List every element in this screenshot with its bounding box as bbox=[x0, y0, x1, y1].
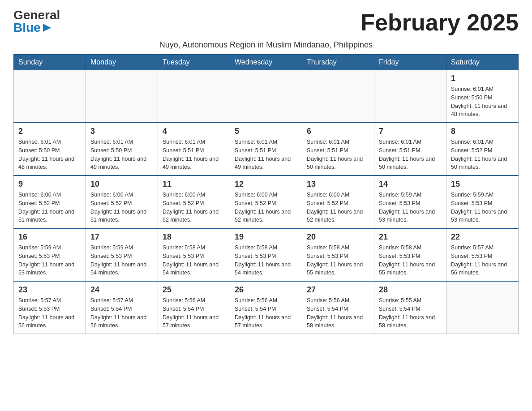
day-info: Sunrise: 5:59 AMSunset: 5:53 PMDaylight:… bbox=[18, 244, 81, 277]
day-number: 27 bbox=[307, 285, 369, 295]
day-info: Sunrise: 6:00 AMSunset: 5:52 PMDaylight:… bbox=[307, 191, 369, 224]
day-info: Sunrise: 5:59 AMSunset: 5:53 PMDaylight:… bbox=[379, 191, 442, 224]
day-number: 26 bbox=[235, 285, 297, 295]
day-number: 10 bbox=[90, 180, 153, 189]
calendar-cell bbox=[374, 70, 446, 123]
day-number: 20 bbox=[307, 232, 369, 242]
day-info: Sunrise: 5:55 AMSunset: 5:54 PMDaylight:… bbox=[379, 296, 442, 330]
calendar-header-row: SundayMondayTuesdayWednesdayThursdayFrid… bbox=[14, 55, 519, 70]
day-number: 16 bbox=[18, 232, 81, 242]
day-info: Sunrise: 5:58 AMSunset: 5:53 PMDaylight:… bbox=[379, 244, 442, 277]
day-info: Sunrise: 5:56 AMSunset: 5:54 PMDaylight:… bbox=[307, 296, 369, 330]
day-info: Sunrise: 6:01 AMSunset: 5:51 PMDaylight:… bbox=[163, 138, 225, 171]
day-info: Sunrise: 5:58 AMSunset: 5:53 PMDaylight:… bbox=[163, 244, 225, 277]
calendar-cell bbox=[158, 70, 230, 123]
day-number: 28 bbox=[379, 285, 442, 295]
calendar-cell: 11Sunrise: 6:00 AMSunset: 5:52 PMDayligh… bbox=[158, 176, 230, 228]
calendar-week-row: 9Sunrise: 6:00 AMSunset: 5:52 PMDaylight… bbox=[14, 176, 519, 228]
day-number: 2 bbox=[18, 127, 81, 136]
day-info: Sunrise: 6:01 AMSunset: 5:52 PMDaylight:… bbox=[451, 138, 514, 171]
calendar-cell bbox=[302, 70, 374, 123]
day-number: 23 bbox=[18, 285, 81, 295]
day-info: Sunrise: 6:00 AMSunset: 5:52 PMDaylight:… bbox=[90, 191, 153, 224]
day-number: 17 bbox=[90, 232, 153, 242]
calendar-cell: 2Sunrise: 6:01 AMSunset: 5:50 PMDaylight… bbox=[14, 123, 86, 176]
calendar-cell: 1Sunrise: 6:01 AMSunset: 5:50 PMDaylight… bbox=[446, 70, 519, 123]
calendar-cell: 27Sunrise: 5:56 AMSunset: 5:54 PMDayligh… bbox=[302, 281, 374, 334]
logo: General Blue bbox=[13, 9, 60, 34]
calendar-cell: 22Sunrise: 5:57 AMSunset: 5:53 PMDayligh… bbox=[446, 228, 519, 281]
logo-general-text: General bbox=[13, 9, 60, 21]
day-info: Sunrise: 6:00 AMSunset: 5:52 PMDaylight:… bbox=[18, 191, 81, 224]
calendar-cell: 3Sunrise: 6:01 AMSunset: 5:50 PMDaylight… bbox=[86, 123, 158, 176]
day-number: 18 bbox=[163, 232, 225, 242]
day-number: 9 bbox=[18, 180, 81, 189]
calendar-week-row: 16Sunrise: 5:59 AMSunset: 5:53 PMDayligh… bbox=[14, 228, 519, 281]
calendar-cell: 25Sunrise: 5:56 AMSunset: 5:54 PMDayligh… bbox=[158, 281, 230, 334]
calendar-cell: 5Sunrise: 6:01 AMSunset: 5:51 PMDaylight… bbox=[230, 123, 302, 176]
day-number: 24 bbox=[90, 285, 153, 295]
calendar-cell: 9Sunrise: 6:00 AMSunset: 5:52 PMDaylight… bbox=[14, 176, 86, 228]
calendar-cell: 17Sunrise: 5:59 AMSunset: 5:53 PMDayligh… bbox=[86, 228, 158, 281]
calendar-cell: 26Sunrise: 5:56 AMSunset: 5:54 PMDayligh… bbox=[230, 281, 302, 334]
column-header-sunday: Sunday bbox=[14, 55, 86, 70]
calendar-cell: 10Sunrise: 6:00 AMSunset: 5:52 PMDayligh… bbox=[86, 176, 158, 228]
column-header-saturday: Saturday bbox=[446, 55, 519, 70]
logo-blue-text: Blue bbox=[13, 21, 41, 34]
day-number: 11 bbox=[163, 180, 225, 189]
column-header-friday: Friday bbox=[374, 55, 446, 70]
calendar-cell bbox=[446, 281, 519, 334]
calendar-cell: 7Sunrise: 6:01 AMSunset: 5:51 PMDaylight… bbox=[374, 123, 446, 176]
calendar-table: SundayMondayTuesdayWednesdayThursdayFrid… bbox=[13, 54, 519, 334]
calendar-cell: 21Sunrise: 5:58 AMSunset: 5:53 PMDayligh… bbox=[374, 228, 446, 281]
calendar-cell bbox=[86, 70, 158, 123]
day-info: Sunrise: 6:00 AMSunset: 5:52 PMDaylight:… bbox=[163, 191, 225, 224]
day-info: Sunrise: 6:00 AMSunset: 5:52 PMDaylight:… bbox=[235, 191, 297, 224]
day-number: 14 bbox=[379, 180, 442, 189]
calendar-cell: 18Sunrise: 5:58 AMSunset: 5:53 PMDayligh… bbox=[158, 228, 230, 281]
day-number: 8 bbox=[451, 127, 514, 136]
column-header-monday: Monday bbox=[86, 55, 158, 70]
day-number: 7 bbox=[379, 127, 442, 136]
day-info: Sunrise: 6:01 AMSunset: 5:50 PMDaylight:… bbox=[90, 138, 153, 171]
calendar-cell: 4Sunrise: 6:01 AMSunset: 5:51 PMDaylight… bbox=[158, 123, 230, 176]
day-info: Sunrise: 5:57 AMSunset: 5:53 PMDaylight:… bbox=[451, 244, 514, 277]
day-info: Sunrise: 5:56 AMSunset: 5:54 PMDaylight:… bbox=[235, 296, 297, 330]
calendar-cell: 19Sunrise: 5:58 AMSunset: 5:53 PMDayligh… bbox=[230, 228, 302, 281]
day-number: 4 bbox=[163, 127, 225, 136]
calendar-cell: 6Sunrise: 6:01 AMSunset: 5:51 PMDaylight… bbox=[302, 123, 374, 176]
calendar-cell: 14Sunrise: 5:59 AMSunset: 5:53 PMDayligh… bbox=[374, 176, 446, 228]
day-info: Sunrise: 5:57 AMSunset: 5:54 PMDaylight:… bbox=[90, 296, 153, 330]
day-number: 13 bbox=[307, 180, 369, 189]
day-info: Sunrise: 6:01 AMSunset: 5:50 PMDaylight:… bbox=[18, 138, 81, 171]
day-number: 19 bbox=[235, 232, 297, 242]
calendar-cell: 13Sunrise: 6:00 AMSunset: 5:52 PMDayligh… bbox=[302, 176, 374, 228]
day-info: Sunrise: 6:01 AMSunset: 5:51 PMDaylight:… bbox=[379, 138, 442, 171]
calendar-cell: 24Sunrise: 5:57 AMSunset: 5:54 PMDayligh… bbox=[86, 281, 158, 334]
day-info: Sunrise: 5:59 AMSunset: 5:53 PMDaylight:… bbox=[90, 244, 153, 277]
day-info: Sunrise: 5:58 AMSunset: 5:53 PMDaylight:… bbox=[235, 244, 297, 277]
day-info: Sunrise: 5:58 AMSunset: 5:53 PMDaylight:… bbox=[307, 244, 369, 277]
day-number: 6 bbox=[307, 127, 369, 136]
day-info: Sunrise: 5:59 AMSunset: 5:53 PMDaylight:… bbox=[451, 191, 514, 224]
calendar-cell: 20Sunrise: 5:58 AMSunset: 5:53 PMDayligh… bbox=[302, 228, 374, 281]
day-number: 12 bbox=[235, 180, 297, 189]
calendar-cell: 12Sunrise: 6:00 AMSunset: 5:52 PMDayligh… bbox=[230, 176, 302, 228]
column-header-thursday: Thursday bbox=[302, 55, 374, 70]
subtitle: Nuyo, Autonomous Region in Muslim Mindan… bbox=[13, 40, 519, 50]
logo-arrow-icon bbox=[42, 23, 52, 33]
calendar-cell: 15Sunrise: 5:59 AMSunset: 5:53 PMDayligh… bbox=[446, 176, 519, 228]
day-number: 5 bbox=[235, 127, 297, 136]
day-number: 22 bbox=[451, 232, 514, 242]
day-number: 1 bbox=[451, 74, 514, 83]
calendar-week-row: 2Sunrise: 6:01 AMSunset: 5:50 PMDaylight… bbox=[14, 123, 519, 176]
day-info: Sunrise: 5:56 AMSunset: 5:54 PMDaylight:… bbox=[163, 296, 225, 330]
calendar-cell bbox=[14, 70, 86, 123]
page-header: General Blue February 2025 bbox=[13, 9, 519, 36]
calendar-cell bbox=[230, 70, 302, 123]
calendar-week-row: 1Sunrise: 6:01 AMSunset: 5:50 PMDaylight… bbox=[14, 70, 519, 123]
day-number: 25 bbox=[163, 285, 225, 295]
calendar-cell: 16Sunrise: 5:59 AMSunset: 5:53 PMDayligh… bbox=[14, 228, 86, 281]
calendar-cell: 23Sunrise: 5:57 AMSunset: 5:53 PMDayligh… bbox=[14, 281, 86, 334]
svg-marker-0 bbox=[43, 24, 51, 32]
